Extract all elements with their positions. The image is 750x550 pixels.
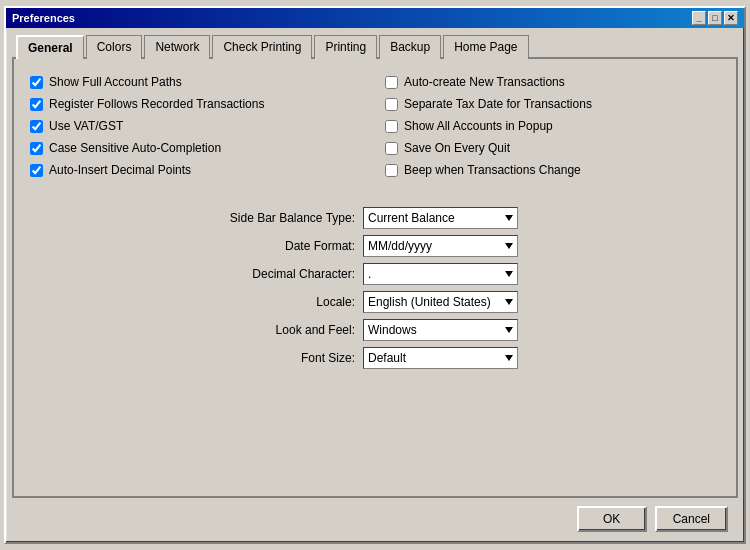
bottom-bar: OK Cancel [12, 498, 738, 536]
tab-home-page[interactable]: Home Page [443, 35, 528, 59]
auto-insert-checkbox[interactable] [30, 164, 43, 177]
preferences-window: Preferences _ □ ✕ General Colors Network… [4, 6, 746, 544]
tab-colors[interactable]: Colors [86, 35, 143, 59]
checkbox-use-vat: Use VAT/GST [30, 119, 365, 133]
checkboxes-area: Show Full Account Paths Register Follows… [30, 75, 720, 177]
title-bar: Preferences _ □ ✕ [6, 8, 744, 28]
show-full-account-label[interactable]: Show Full Account Paths [49, 75, 182, 89]
register-follows-checkbox[interactable] [30, 98, 43, 111]
use-vat-label[interactable]: Use VAT/GST [49, 119, 123, 133]
case-sensitive-label[interactable]: Case Sensitive Auto-Completion [49, 141, 221, 155]
date-format-row: Date Format: MM/dd/yyyy dd/MM/yyyy yyyy-… [195, 235, 555, 257]
auto-insert-label[interactable]: Auto-Insert Decimal Points [49, 163, 191, 177]
decimal-character-row: Decimal Character: . , [195, 263, 555, 285]
tab-network[interactable]: Network [144, 35, 210, 59]
window-content: General Colors Network Check Printing Pr… [6, 28, 744, 542]
checkbox-register-follows: Register Follows Recorded Transactions [30, 97, 365, 111]
checkbox-beep-when: Beep when Transactions Change [385, 163, 720, 177]
checkbox-column-left: Show Full Account Paths Register Follows… [30, 75, 365, 177]
decimal-character-label: Decimal Character: [195, 267, 355, 281]
locale-row: Locale: English (United States) English … [195, 291, 555, 313]
look-and-feel-label: Look and Feel: [195, 323, 355, 337]
tab-check-printing[interactable]: Check Printing [212, 35, 312, 59]
checkbox-show-all-accounts: Show All Accounts in Popup [385, 119, 720, 133]
tab-content-general: Show Full Account Paths Register Follows… [12, 57, 738, 498]
auto-create-checkbox[interactable] [385, 76, 398, 89]
checkbox-column-right: Auto-create New Transactions Separate Ta… [385, 75, 720, 177]
checkbox-auto-insert: Auto-Insert Decimal Points [30, 163, 365, 177]
date-format-select[interactable]: MM/dd/yyyy dd/MM/yyyy yyyy-MM-dd [363, 235, 518, 257]
register-follows-label[interactable]: Register Follows Recorded Transactions [49, 97, 264, 111]
sidebar-balance-label: Side Bar Balance Type: [195, 211, 355, 225]
locale-select[interactable]: English (United States) English (UK) Fre… [363, 291, 518, 313]
use-vat-checkbox[interactable] [30, 120, 43, 133]
tab-backup[interactable]: Backup [379, 35, 441, 59]
save-on-quit-checkbox[interactable] [385, 142, 398, 155]
checkbox-auto-create: Auto-create New Transactions [385, 75, 720, 89]
maximize-button[interactable]: □ [708, 11, 722, 25]
show-full-account-checkbox[interactable] [30, 76, 43, 89]
sidebar-balance-select[interactable]: Current Balance Future Balance Total Bal… [363, 207, 518, 229]
case-sensitive-checkbox[interactable] [30, 142, 43, 155]
ok-button[interactable]: OK [577, 506, 647, 532]
checkbox-save-on-quit: Save On Every Quit [385, 141, 720, 155]
title-bar-buttons: _ □ ✕ [692, 11, 738, 25]
look-and-feel-select[interactable]: Windows Linux Mac [363, 319, 518, 341]
font-size-select[interactable]: Default Small Large [363, 347, 518, 369]
locale-label: Locale: [195, 295, 355, 309]
show-all-accounts-checkbox[interactable] [385, 120, 398, 133]
decimal-character-select[interactable]: . , [363, 263, 518, 285]
beep-when-label[interactable]: Beep when Transactions Change [404, 163, 581, 177]
auto-create-label[interactable]: Auto-create New Transactions [404, 75, 565, 89]
tab-general[interactable]: General [16, 35, 84, 59]
look-and-feel-row: Look and Feel: Windows Linux Mac [195, 319, 555, 341]
window-title: Preferences [12, 12, 75, 24]
separate-tax-checkbox[interactable] [385, 98, 398, 111]
cancel-button[interactable]: Cancel [655, 506, 728, 532]
date-format-label: Date Format: [195, 239, 355, 253]
beep-when-checkbox[interactable] [385, 164, 398, 177]
sidebar-balance-row: Side Bar Balance Type: Current Balance F… [195, 207, 555, 229]
show-all-accounts-label[interactable]: Show All Accounts in Popup [404, 119, 553, 133]
font-size-label: Font Size: [195, 351, 355, 365]
checkbox-show-full-account: Show Full Account Paths [30, 75, 365, 89]
save-on-quit-label[interactable]: Save On Every Quit [404, 141, 510, 155]
checkbox-separate-tax: Separate Tax Date for Transactions [385, 97, 720, 111]
font-size-row: Font Size: Default Small Large [195, 347, 555, 369]
close-button[interactable]: ✕ [724, 11, 738, 25]
tabs-container: General Colors Network Check Printing Pr… [12, 34, 738, 58]
checkbox-case-sensitive: Case Sensitive Auto-Completion [30, 141, 365, 155]
minimize-button[interactable]: _ [692, 11, 706, 25]
separate-tax-label[interactable]: Separate Tax Date for Transactions [404, 97, 592, 111]
tab-printing[interactable]: Printing [314, 35, 377, 59]
form-area: Side Bar Balance Type: Current Balance F… [30, 207, 720, 369]
